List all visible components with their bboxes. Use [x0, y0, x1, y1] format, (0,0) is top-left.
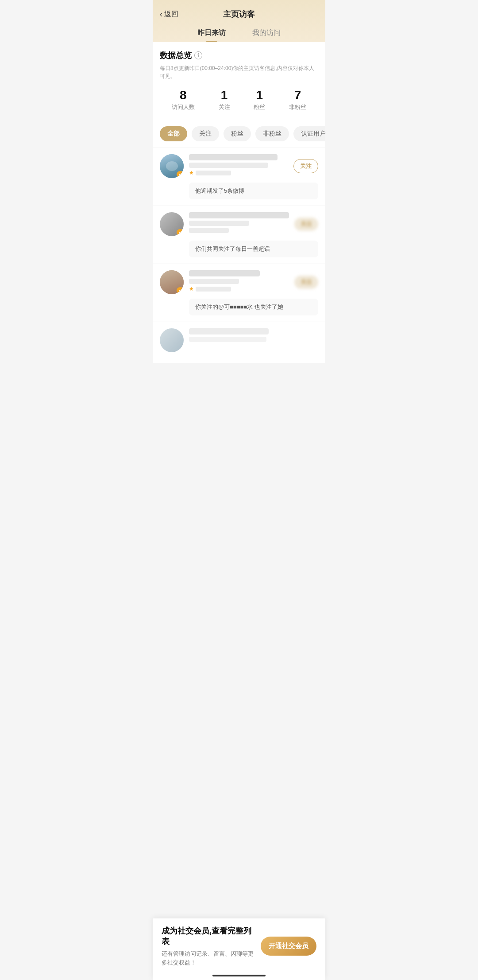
visitor-main-3: V ★ 关注	[160, 270, 318, 294]
stat-fans-label: 粉丝	[254, 103, 265, 111]
vip-badge-2: V	[177, 229, 184, 236]
stat-visitors: 8 访问人数	[172, 88, 195, 111]
header: ‹ 返回 主页访客 昨日来访 我的访问	[153, 0, 325, 42]
visitor-name-blur-4	[189, 328, 269, 334]
visitor-detail-1a	[189, 163, 268, 168]
tab-yesterday[interactable]: 昨日来访	[197, 28, 226, 42]
follow-button-3[interactable]: 关注	[294, 276, 318, 289]
filter-fans[interactable]: 粉丝	[224, 126, 251, 141]
visitor-detail-2a	[189, 221, 249, 226]
visitor-item-1[interactable]: V ★ 关注 他近期发了5条微博	[153, 148, 325, 206]
vip-badge-1: V	[177, 171, 184, 178]
data-description: 每日8点更新昨日(00:00–24:00)你的主页访客信息,内容仅对你本人可见。	[160, 64, 318, 80]
data-overview: 数据总览 ℹ 每日8点更新昨日(00:00–24:00)你的主页访客信息,内容仅…	[153, 42, 325, 120]
stat-visitors-number: 8	[172, 88, 195, 102]
visitor-main-2: V 关注	[160, 212, 318, 236]
vip-star-1: ★	[189, 170, 194, 176]
visitor-detail-3a	[189, 279, 239, 284]
back-label: 返回	[164, 10, 178, 19]
stat-fans-number: 1	[254, 88, 265, 102]
follow-button-1[interactable]: 关注	[293, 159, 318, 173]
filter-non-fans[interactable]: 非粉丝	[255, 126, 289, 141]
visitor-item-4	[153, 322, 325, 363]
visitor-name-blur-1	[189, 154, 278, 160]
vip-text-blur-3	[196, 287, 231, 292]
bottom-spacer	[153, 363, 325, 434]
vip-star-3: ★	[189, 286, 194, 292]
back-button[interactable]: ‹ 返回	[160, 10, 178, 19]
filter-verified[interactable]: 认证用户	[293, 126, 325, 141]
stat-non-fans-label: 非粉丝	[289, 103, 306, 111]
visitor-info-4	[189, 328, 318, 344]
vip-text-blur-1	[196, 171, 231, 175]
tab-bar: 昨日来访 我的访问	[160, 25, 318, 42]
visitor-item-3[interactable]: V ★ 关注 你关注的@可■■■■■水 也关注了她	[153, 264, 325, 322]
visitor-avatar-4	[160, 328, 184, 352]
stats-row: 8 访问人数 1 关注 1 粉丝 7 非粉丝	[160, 88, 318, 111]
page-title: 主页访客	[223, 9, 255, 19]
visitor-name-blur-3	[189, 270, 260, 276]
visitor-main-4	[160, 328, 318, 352]
visitor-activity-2: 你们共同关注了每日一善超话	[189, 241, 318, 257]
nav-bar: ‹ 返回 主页访客	[160, 5, 318, 25]
data-overview-title: 数据总览	[160, 50, 192, 61]
visitor-main-1: V ★ 关注	[160, 154, 318, 178]
visitor-info-2	[189, 212, 289, 235]
stat-non-fans-number: 7	[289, 88, 306, 102]
data-title-row: 数据总览 ℹ	[160, 50, 318, 61]
follow-button-2[interactable]: 关注	[294, 218, 318, 231]
filter-following[interactable]: 关注	[192, 126, 219, 141]
visitor-info-3: ★	[189, 270, 289, 292]
filter-all[interactable]: 全部	[160, 126, 187, 141]
visitor-list: V ★ 关注 他近期发了5条微博 V	[153, 148, 325, 363]
visitor-info-1: ★	[189, 154, 288, 176]
visitor-item-2[interactable]: V 关注 你们共同关注了每日一善超话	[153, 206, 325, 264]
visitor-avatar-1: V	[160, 154, 184, 178]
visitor-detail-2b	[189, 228, 229, 233]
back-icon: ‹	[160, 10, 162, 19]
visitor-activity-3: 你关注的@可■■■■■水 也关注了她	[189, 299, 318, 315]
visitor-avatar-2: V	[160, 212, 184, 236]
visitor-detail-4a	[189, 337, 266, 342]
visitor-activity-1: 他近期发了5条微博	[189, 183, 318, 199]
visitor-name-blur-2	[189, 212, 289, 218]
visitor-avatar-3: V	[160, 270, 184, 294]
stat-following-label: 关注	[219, 103, 230, 111]
stat-visitors-label: 访问人数	[172, 103, 195, 111]
tab-my-visits[interactable]: 我的访问	[252, 28, 281, 42]
stat-following-number: 1	[219, 88, 230, 102]
filter-section: 全部 关注 粉丝 非粉丝 认证用户	[153, 120, 325, 148]
stat-non-fans: 7 非粉丝	[289, 88, 306, 111]
vip-badge-3: V	[177, 287, 184, 294]
stat-fans: 1 粉丝	[254, 88, 265, 111]
stat-following: 1 关注	[219, 88, 230, 111]
info-icon[interactable]: ℹ	[194, 51, 202, 59]
